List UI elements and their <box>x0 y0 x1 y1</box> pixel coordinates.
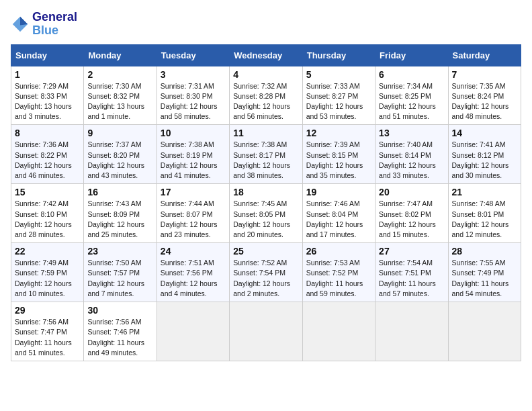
day-number: 6 <box>379 69 444 80</box>
calendar-cell: 6 Sunrise: 7:34 AMSunset: 8:25 PMDayligh… <box>375 66 448 125</box>
calendar-cell: 7 Sunrise: 7:35 AMSunset: 8:24 PMDayligh… <box>448 66 521 125</box>
day-number: 26 <box>306 246 371 257</box>
day-number: 28 <box>452 246 517 257</box>
col-header-tuesday: Tuesday <box>157 44 229 66</box>
day-info: Sunrise: 7:49 AMSunset: 7:59 PMDaylight:… <box>15 259 72 298</box>
col-header-thursday: Thursday <box>302 44 375 66</box>
calendar-cell: 16 Sunrise: 7:43 AMSunset: 8:09 PMDaylig… <box>84 184 157 243</box>
day-info: Sunrise: 7:48 AMSunset: 8:01 PMDaylight:… <box>452 199 509 238</box>
day-info: Sunrise: 7:46 AMSunset: 8:04 PMDaylight:… <box>306 199 363 238</box>
day-number: 9 <box>87 128 152 138</box>
day-info: Sunrise: 7:35 AMSunset: 8:24 PMDaylight:… <box>452 82 509 121</box>
day-info: Sunrise: 7:30 AMSunset: 8:32 PMDaylight:… <box>87 82 144 121</box>
calendar-cell <box>302 302 375 361</box>
day-info: Sunrise: 7:34 AMSunset: 8:25 PMDaylight:… <box>379 82 436 121</box>
col-header-monday: Monday <box>84 44 157 66</box>
calendar-cell: 28 Sunrise: 7:55 AMSunset: 7:49 PMDaylig… <box>448 243 521 302</box>
calendar-cell: 20 Sunrise: 7:47 AMSunset: 8:02 PMDaylig… <box>375 184 448 243</box>
calendar-cell <box>230 302 302 361</box>
calendar-cell: 29 Sunrise: 7:56 AMSunset: 7:47 PMDaylig… <box>11 302 84 361</box>
day-number: 10 <box>161 128 226 138</box>
calendar-cell: 14 Sunrise: 7:41 AMSunset: 8:12 PMDaylig… <box>448 125 521 184</box>
day-number: 29 <box>15 305 80 316</box>
calendar-cell: 27 Sunrise: 7:54 AMSunset: 7:51 PMDaylig… <box>375 243 448 302</box>
day-number: 5 <box>306 69 371 80</box>
day-number: 30 <box>87 305 152 316</box>
day-number: 17 <box>161 187 226 197</box>
calendar-cell <box>375 302 448 361</box>
day-info: Sunrise: 7:41 AMSunset: 8:12 PMDaylight:… <box>452 140 509 179</box>
calendar-cell: 1 Sunrise: 7:29 AMSunset: 8:33 PMDayligh… <box>11 66 84 125</box>
calendar-cell: 15 Sunrise: 7:42 AMSunset: 8:10 PMDaylig… <box>11 184 84 243</box>
day-number: 12 <box>306 128 371 138</box>
day-info: Sunrise: 7:50 AMSunset: 7:57 PMDaylight:… <box>87 259 144 298</box>
logo: General Blue <box>11 11 77 38</box>
calendar-cell: 23 Sunrise: 7:50 AMSunset: 7:57 PMDaylig… <box>84 243 157 302</box>
calendar-cell: 24 Sunrise: 7:51 AMSunset: 7:56 PMDaylig… <box>157 243 229 302</box>
day-info: Sunrise: 7:38 AMSunset: 8:17 PMDaylight:… <box>233 140 290 179</box>
calendar-cell: 5 Sunrise: 7:33 AMSunset: 8:27 PMDayligh… <box>302 66 375 125</box>
day-info: Sunrise: 7:31 AMSunset: 8:30 PMDaylight:… <box>161 82 218 121</box>
day-number: 2 <box>87 69 152 80</box>
col-header-saturday: Saturday <box>448 44 521 66</box>
day-info: Sunrise: 7:56 AMSunset: 7:46 PMDaylight:… <box>87 318 144 357</box>
calendar-cell: 19 Sunrise: 7:46 AMSunset: 8:04 PMDaylig… <box>302 184 375 243</box>
day-info: Sunrise: 7:36 AMSunset: 8:22 PMDaylight:… <box>15 140 72 179</box>
day-number: 15 <box>15 187 80 197</box>
logo-text: General Blue <box>32 11 77 38</box>
day-info: Sunrise: 7:44 AMSunset: 8:07 PMDaylight:… <box>161 199 218 238</box>
calendar-cell: 4 Sunrise: 7:32 AMSunset: 8:28 PMDayligh… <box>230 66 302 125</box>
day-info: Sunrise: 7:42 AMSunset: 8:10 PMDaylight:… <box>15 199 72 238</box>
day-info: Sunrise: 7:33 AMSunset: 8:27 PMDaylight:… <box>306 82 363 121</box>
calendar-cell: 21 Sunrise: 7:48 AMSunset: 8:01 PMDaylig… <box>448 184 521 243</box>
day-number: 21 <box>452 187 517 197</box>
day-info: Sunrise: 7:29 AMSunset: 8:33 PMDaylight:… <box>15 82 72 121</box>
col-header-wednesday: Wednesday <box>230 44 302 66</box>
day-number: 27 <box>379 246 444 257</box>
calendar-cell: 30 Sunrise: 7:56 AMSunset: 7:46 PMDaylig… <box>84 302 157 361</box>
day-number: 23 <box>87 246 152 257</box>
calendar-cell: 22 Sunrise: 7:49 AMSunset: 7:59 PMDaylig… <box>11 243 84 302</box>
calendar-cell: 17 Sunrise: 7:44 AMSunset: 8:07 PMDaylig… <box>157 184 229 243</box>
day-number: 19 <box>306 187 371 197</box>
calendar-cell: 3 Sunrise: 7:31 AMSunset: 8:30 PMDayligh… <box>157 66 229 125</box>
day-info: Sunrise: 7:55 AMSunset: 7:49 PMDaylight:… <box>452 259 509 298</box>
calendar-cell: 9 Sunrise: 7:37 AMSunset: 8:20 PMDayligh… <box>84 125 157 184</box>
col-header-sunday: Sunday <box>11 44 84 66</box>
calendar-cell: 2 Sunrise: 7:30 AMSunset: 8:32 PMDayligh… <box>84 66 157 125</box>
svg-marker-1 <box>20 17 28 26</box>
calendar-cell: 13 Sunrise: 7:40 AMSunset: 8:14 PMDaylig… <box>375 125 448 184</box>
day-number: 3 <box>161 69 226 80</box>
calendar-cell: 8 Sunrise: 7:36 AMSunset: 8:22 PMDayligh… <box>11 125 84 184</box>
day-info: Sunrise: 7:51 AMSunset: 7:56 PMDaylight:… <box>161 259 218 298</box>
calendar-cell <box>157 302 229 361</box>
day-info: Sunrise: 7:54 AMSunset: 7:51 PMDaylight:… <box>379 259 436 298</box>
day-number: 18 <box>233 187 298 197</box>
day-info: Sunrise: 7:38 AMSunset: 8:19 PMDaylight:… <box>161 140 218 179</box>
day-number: 7 <box>452 69 517 80</box>
calendar-cell <box>448 302 521 361</box>
day-number: 13 <box>379 128 444 138</box>
day-number: 22 <box>15 246 80 257</box>
day-info: Sunrise: 7:52 AMSunset: 7:54 PMDaylight:… <box>233 259 290 298</box>
calendar-cell: 12 Sunrise: 7:39 AMSunset: 8:15 PMDaylig… <box>302 125 375 184</box>
calendar-cell: 10 Sunrise: 7:38 AMSunset: 8:19 PMDaylig… <box>157 125 229 184</box>
day-number: 16 <box>87 187 152 197</box>
day-number: 24 <box>161 246 226 257</box>
day-number: 25 <box>233 246 298 257</box>
day-info: Sunrise: 7:39 AMSunset: 8:15 PMDaylight:… <box>306 140 363 179</box>
day-info: Sunrise: 7:53 AMSunset: 7:52 PMDaylight:… <box>306 259 363 298</box>
day-info: Sunrise: 7:56 AMSunset: 7:47 PMDaylight:… <box>15 318 72 357</box>
day-number: 11 <box>233 128 298 138</box>
day-number: 4 <box>233 69 298 80</box>
calendar-table: SundayMondayTuesdayWednesdayThursdayFrid… <box>11 44 521 361</box>
calendar-cell: 18 Sunrise: 7:45 AMSunset: 8:05 PMDaylig… <box>230 184 302 243</box>
day-info: Sunrise: 7:47 AMSunset: 8:02 PMDaylight:… <box>379 199 436 238</box>
day-info: Sunrise: 7:40 AMSunset: 8:14 PMDaylight:… <box>379 140 436 179</box>
day-number: 8 <box>15 128 80 138</box>
day-number: 20 <box>379 187 444 197</box>
calendar-cell: 11 Sunrise: 7:38 AMSunset: 8:17 PMDaylig… <box>230 125 302 184</box>
col-header-friday: Friday <box>375 44 448 66</box>
calendar-cell: 26 Sunrise: 7:53 AMSunset: 7:52 PMDaylig… <box>302 243 375 302</box>
logo-icon <box>11 15 30 34</box>
